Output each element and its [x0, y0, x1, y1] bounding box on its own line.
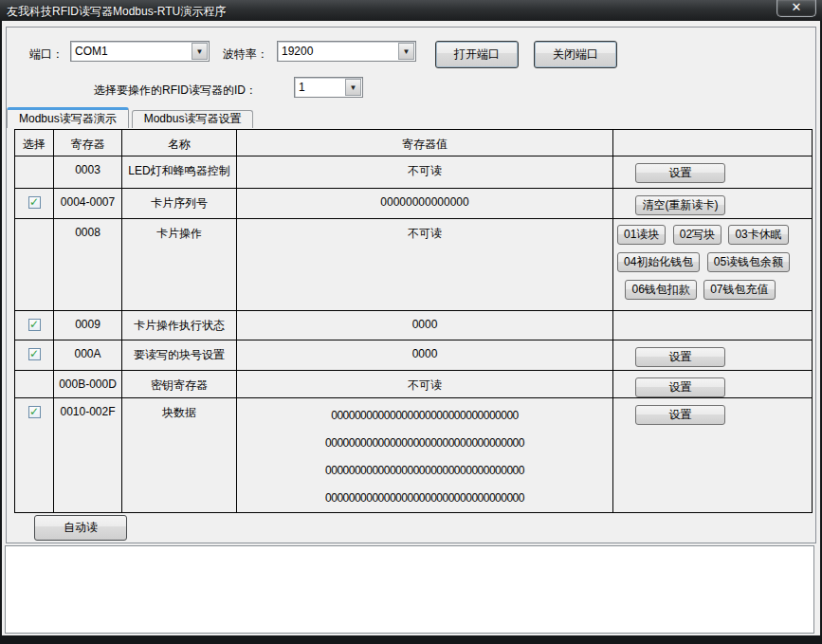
table-row: 0008 卡片操作 不可读 01读块 02写块 03卡休眠 04初始化钱包 05… — [15, 219, 813, 311]
row-checkbox[interactable]: ✓ — [28, 319, 41, 331]
wallet-recharge-button[interactable]: 07钱包充值 — [703, 280, 775, 300]
table-row: ✓ 0004-0007 卡片序列号 00000000000000 清空(重新读卡… — [15, 189, 813, 219]
block-data-line: 0000000000000000000000000000000000 — [239, 430, 611, 457]
card-sleep-button[interactable]: 03卡休眠 — [728, 225, 788, 245]
reader-id-selected-value: 1 — [299, 81, 343, 94]
table-row: 0003 LED灯和蜂鸣器控制 不可读 设置 — [15, 156, 813, 189]
table-row: ✓ 0009 卡片操作执行状态 0000 — [15, 311, 813, 340]
value-cell: 00000000000000 — [237, 189, 613, 219]
register-cell: 000B-000D — [54, 371, 122, 398]
clear-reread-button[interactable]: 清空(重新读卡) — [635, 195, 725, 215]
actions-cell: 设置 — [613, 340, 813, 371]
value-cell: 0000 — [237, 340, 613, 371]
set-button[interactable]: 设置 — [635, 347, 725, 367]
close-port-button[interactable]: 关闭端口 — [534, 41, 617, 68]
port-select[interactable]: COM1 ▼ — [70, 41, 210, 62]
select-cell: ✓ — [15, 340, 54, 371]
auto-read-button[interactable]: 自动读 — [34, 515, 127, 541]
main-panel: 端口： COM1 ▼ 波特率： 19200 ▼ 打开端口 关闭端口 选择要操作的… — [6, 27, 816, 543]
set-button[interactable]: 设置 — [635, 377, 725, 397]
row-checkbox[interactable]: ✓ — [28, 196, 41, 209]
name-cell: 卡片操作 — [122, 219, 237, 311]
actions-cell: 01读块 02写块 03卡休眠 04初始化钱包 05读钱包余额 06钱包扣款 0… — [613, 219, 813, 311]
baud-select[interactable]: 19200 ▼ — [277, 41, 416, 62]
select-cell — [15, 371, 54, 398]
table-header-row: 选择 寄存器 名称 寄存器值 — [15, 130, 813, 156]
baud-label: 波特率： — [223, 46, 268, 63]
name-cell: LED灯和蜂鸣器控制 — [122, 156, 237, 189]
row-checkbox[interactable]: ✓ — [28, 348, 41, 360]
baud-selected-value: 19200 — [282, 45, 396, 58]
header-select: 选择 — [15, 130, 54, 156]
value-cell: 0000 — [237, 311, 613, 340]
chevron-down-icon[interactable]: ▼ — [192, 43, 208, 60]
register-cell: 0009 — [54, 311, 122, 340]
reader-id-select[interactable]: 1 ▼ — [294, 77, 363, 98]
actions-cell: 设置 — [613, 398, 813, 513]
value-cell: 不可读 — [237, 371, 613, 398]
set-button[interactable]: 设置 — [635, 405, 725, 425]
actions-cell: 清空(重新读卡) — [613, 189, 813, 219]
name-cell: 块数据 — [122, 398, 237, 513]
port-selected-value: COM1 — [75, 45, 190, 58]
tab-modbus-demo[interactable]: Modbus读写器演示 — [7, 107, 129, 128]
open-port-button[interactable]: 打开端口 — [435, 41, 519, 68]
header-actions — [613, 130, 813, 156]
header-value: 寄存器值 — [237, 130, 613, 156]
value-cell: 不可读 — [237, 156, 613, 189]
select-cell — [15, 156, 54, 189]
reader-id-label: 选择要操作的RFID读写器的ID： — [94, 83, 257, 99]
set-button[interactable]: 设置 — [635, 163, 725, 183]
read-block-button[interactable]: 01读块 — [617, 225, 666, 245]
close-window-button[interactable]: ✕ — [776, 0, 816, 17]
register-cell: 0008 — [54, 219, 122, 311]
table-row: ✓ 000A 要读写的块号设置 0000 设置 — [15, 340, 813, 371]
value-cell: 不可读 — [237, 219, 613, 311]
name-cell: 密钥寄存器 — [122, 371, 237, 398]
block-data-line: 00000000000000000000000000000000 — [239, 402, 611, 430]
window-client-area: 端口： COM1 ▼ 波特率： 19200 ▼ 打开端口 关闭端口 选择要操作的… — [2, 21, 820, 635]
register-cell: 0004-0007 — [54, 189, 122, 219]
select-cell — [15, 219, 54, 311]
title-bar: 友我科技RFID读写器Modbus-RTU演示程序 ✕ — [0, 0, 822, 21]
actions-cell: 设置 — [613, 156, 813, 189]
read-wallet-balance-button[interactable]: 05读钱包余额 — [707, 252, 790, 272]
table-row: ✓ 0010-002F 块数据 000000000000000000000000… — [15, 398, 813, 513]
tab-modbus-settings[interactable]: Modbus读写器设置 — [132, 110, 254, 128]
header-register: 寄存器 — [54, 130, 122, 156]
table-row: 000B-000D 密钥寄存器 不可读 设置 — [15, 371, 813, 398]
row-checkbox[interactable]: ✓ — [28, 406, 41, 418]
window-title: 友我科技RFID读写器Modbus-RTU演示程序 — [7, 4, 226, 20]
tab-strip: Modbus读写器演示 Modbus读写器设置 — [7, 107, 256, 128]
block-data-line: 0000000000000000000000000000000000 — [239, 457, 611, 485]
wallet-deduct-button[interactable]: 06钱包扣款 — [625, 280, 696, 300]
actions-cell: 设置 — [613, 371, 813, 398]
name-cell: 卡片操作执行状态 — [122, 311, 237, 340]
select-cell: ✓ — [15, 311, 54, 340]
register-table: 选择 寄存器 名称 寄存器值 0003 LED灯和蜂鸣器控制 不可读 设置 ✓ — [14, 129, 813, 513]
register-cell: 0003 — [54, 156, 122, 189]
write-block-button[interactable]: 02写块 — [673, 225, 722, 245]
actions-cell — [613, 311, 813, 340]
register-cell: 000A — [54, 340, 122, 371]
register-cell: 0010-002F — [54, 398, 122, 513]
select-cell: ✓ — [15, 398, 54, 513]
select-cell: ✓ — [15, 189, 54, 219]
value-cell: 00000000000000000000000000000000 0000000… — [237, 398, 613, 513]
init-wallet-button[interactable]: 04初始化钱包 — [617, 252, 700, 272]
header-name: 名称 — [122, 130, 237, 156]
block-data-line: 0000000000000000000000000000000000 — [239, 485, 611, 512]
name-cell: 要读写的块号设置 — [122, 340, 237, 371]
chevron-down-icon[interactable]: ▼ — [345, 79, 361, 96]
name-cell: 卡片序列号 — [122, 189, 237, 219]
chevron-down-icon[interactable]: ▼ — [398, 43, 414, 60]
port-label: 端口： — [29, 46, 64, 63]
log-output-area[interactable] — [5, 545, 814, 634]
